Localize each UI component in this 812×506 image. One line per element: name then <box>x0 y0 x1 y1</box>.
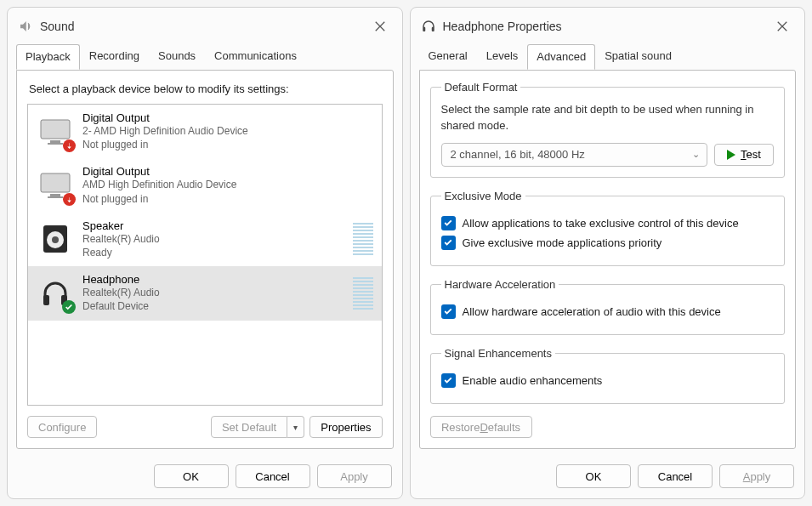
checkbox-checked-icon <box>441 236 456 250</box>
level-meter-icon <box>353 275 373 312</box>
props-titlebar: Headphone Properties <box>411 8 805 43</box>
monitor-icon: ↓ <box>37 167 74 204</box>
svg-rect-5 <box>48 196 63 198</box>
device-desc: AMD High Definition Audio Device <box>82 178 373 191</box>
tab-spatial-sound[interactable]: Spatial sound <box>595 43 681 69</box>
advanced-panel: Default Format Select the sample rate an… <box>419 70 797 449</box>
cancel-button[interactable]: Cancel <box>638 464 713 488</box>
tab-sounds[interactable]: Sounds <box>149 43 205 69</box>
signal-enhancements-group: Signal Enhancements Enable audio enhance… <box>430 347 786 404</box>
checkbox-checked-icon <box>441 304 456 319</box>
playback-instruction: Select a playback device below to modify… <box>29 82 381 95</box>
sample-format-combo[interactable]: 2 channel, 16 bit, 48000 Hz ⌄ <box>441 143 708 167</box>
tab-levels[interactable]: Levels <box>477 43 528 69</box>
tab-advanced[interactable]: Advanced <box>527 44 595 70</box>
device-state: Default Device <box>82 299 344 313</box>
headphone-properties-window: Headphone Properties General Levels Adva… <box>410 7 806 499</box>
exclusive-priority-label: Give exclusive mode applications priorit… <box>463 236 662 249</box>
set-default-button[interactable]: Set Default ▾ <box>211 416 304 438</box>
signal-enh-legend: Signal Enhancements <box>441 347 555 360</box>
exclusive-mode-legend: Exclusive Mode <box>441 190 525 202</box>
sound-title: Sound <box>40 20 361 33</box>
sound-titlebar: Sound <box>8 8 402 43</box>
checkbox-checked-icon <box>441 373 456 388</box>
sound-footer: OK Cancel Apply <box>8 456 402 498</box>
hw-accel-legend: Hardware Acceleration <box>441 278 559 291</box>
headphone-icon <box>37 275 74 312</box>
device-list[interactable]: ↓Digital Output2- AMD High Definition Au… <box>27 104 383 406</box>
props-footer: OK Cancel Apply <box>411 456 805 498</box>
apply-button[interactable]: Apply <box>719 464 794 488</box>
device-name: Digital Output <box>82 165 373 178</box>
exclusive-priority-checkbox[interactable]: Give exclusive mode applications priorit… <box>441 236 775 250</box>
props-tabs: General Levels Advanced Spatial sound <box>411 43 805 70</box>
svg-rect-4 <box>50 194 60 196</box>
set-default-main[interactable]: Set Default <box>211 416 287 438</box>
tab-playback[interactable]: Playback <box>16 44 80 70</box>
svg-rect-11 <box>423 27 425 31</box>
properties-button[interactable]: Properties <box>309 416 382 438</box>
device-state: Not plugged in <box>82 138 373 151</box>
device-name: Digital Output <box>82 111 373 124</box>
tab-general[interactable]: General <box>419 43 477 69</box>
ok-button[interactable]: OK <box>556 464 631 488</box>
hardware-acceleration-group: Hardware Acceleration Allow hardware acc… <box>430 278 786 335</box>
checkbox-checked-icon <box>441 216 456 230</box>
svg-rect-9 <box>43 295 49 305</box>
tab-communications[interactable]: Communications <box>205 43 306 69</box>
default-format-legend: Default Format <box>441 81 521 94</box>
device-item[interactable]: ↓Digital OutputAMD High Definition Audio… <box>28 158 382 212</box>
device-item[interactable]: ↓Digital Output2- AMD High Definition Au… <box>28 105 382 158</box>
device-desc: 2- AMD High Definition Audio Device <box>82 124 373 138</box>
speaker-icon <box>37 220 74 258</box>
test-suffix: est <box>747 148 761 161</box>
device-item[interactable]: HeadphoneRealtek(R) AudioDefault Device <box>28 266 382 320</box>
default-format-group: Default Format Select the sample rate an… <box>430 81 786 178</box>
restore-defaults-button[interactable]: Restore Defaults <box>430 416 532 438</box>
device-desc: Realtek(R) Audio <box>82 232 344 246</box>
device-name: Headphone <box>82 273 344 286</box>
chevron-down-icon: ⌄ <box>692 149 700 160</box>
svg-rect-12 <box>431 27 434 31</box>
monitor-icon: ↓ <box>37 113 74 151</box>
hw-accel-checkbox[interactable]: Allow hardware acceleration of audio wit… <box>441 304 775 319</box>
device-state: Not plugged in <box>82 192 373 206</box>
cancel-button[interactable]: Cancel <box>236 464 310 488</box>
exclusive-control-label: Allow applications to take exclusive con… <box>463 217 739 230</box>
sample-format-value: 2 channel, 16 bit, 48000 Hz <box>451 148 585 161</box>
close-button[interactable] <box>368 14 392 38</box>
tab-recording[interactable]: Recording <box>80 43 149 69</box>
close-button[interactable] <box>770 14 794 38</box>
sound-window: Sound Playback Recording Sounds Communic… <box>7 7 403 499</box>
svg-rect-3 <box>41 173 70 192</box>
playback-panel: Select a playback device below to modify… <box>16 70 394 449</box>
hw-accel-label: Allow hardware acceleration of audio wit… <box>463 305 721 318</box>
device-state: Ready <box>82 246 344 259</box>
svg-point-8 <box>52 236 59 243</box>
headphone-icon <box>421 19 436 34</box>
chevron-down-icon[interactable]: ▾ <box>287 416 304 438</box>
device-name: Speaker <box>82 219 344 232</box>
device-item[interactable]: SpeakerRealtek(R) AudioReady <box>28 213 382 266</box>
exclusive-control-checkbox[interactable]: Allow applications to take exclusive con… <box>441 216 775 230</box>
audio-enhancements-label: Enable audio enhancements <box>463 374 603 387</box>
svg-rect-0 <box>41 120 70 139</box>
play-icon <box>727 150 735 160</box>
apply-button[interactable]: Apply <box>317 464 392 488</box>
configure-button[interactable]: Configure <box>27 416 97 438</box>
sound-icon <box>18 19 33 34</box>
ok-button[interactable]: OK <box>154 464 229 488</box>
default-format-desc: Select the sample rate and bit depth to … <box>441 102 775 134</box>
level-meter-icon <box>353 220 373 258</box>
exclusive-mode-group: Exclusive Mode Allow applications to tak… <box>430 190 786 266</box>
device-desc: Realtek(R) Audio <box>82 286 344 299</box>
svg-rect-2 <box>48 143 63 145</box>
audio-enhancements-checkbox[interactable]: Enable audio enhancements <box>441 373 775 388</box>
test-button[interactable]: Test <box>714 144 774 166</box>
props-title: Headphone Properties <box>443 20 764 33</box>
sound-tabs: Playback Recording Sounds Communications <box>8 43 402 70</box>
svg-rect-1 <box>50 140 60 143</box>
